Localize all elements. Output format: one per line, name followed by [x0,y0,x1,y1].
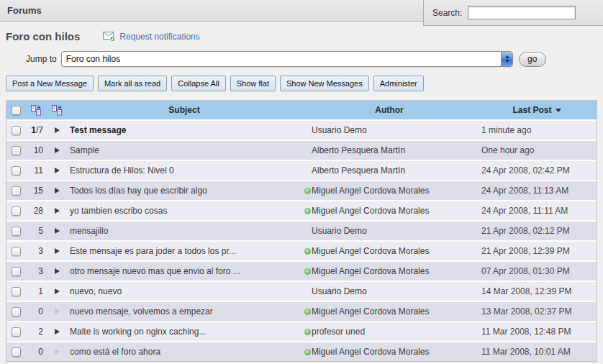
last-post-time: 11 Mar 2008, 10:01 AM [477,342,597,361]
row-checkbox[interactable] [12,267,21,276]
author-cell: profesor uned [302,322,477,341]
thread-subject[interactable]: Estructura de Hilos: Nivel 0 [67,161,302,180]
author-cell: Miguel Angel Cordova Morales [302,242,477,260]
author-name: Miguel Angel Cordova Morales [312,206,429,216]
sort-threads-header[interactable] [25,101,47,119]
author-cell: Alberto Pesquera Martín [302,161,477,180]
online-indicator-icon [304,188,311,194]
jump-to-label: Jump to [26,54,57,64]
row-checkbox[interactable] [12,206,21,216]
message-count: 15 [25,181,47,200]
table-body: 1/7 Test message Usuario Demo 1 minute a… [6,121,597,361]
row-checkbox-cell [6,222,25,240]
expand-thread-icon[interactable] [55,188,60,194]
thread-subject[interactable]: mensajillo [67,222,302,240]
row-checkbox-cell [6,322,25,341]
expand-thread-icon[interactable] [55,329,60,335]
forum-table: Subject Author Last Post 1/7 Test messag… [6,100,597,362]
toolbar: Post a New MessageMark all as readCollap… [6,76,597,91]
thread-subject[interactable]: yo tambien escribo cosas [67,201,302,220]
thread-subject[interactable]: Malte is working on nginx caching... [67,322,302,341]
thread-subject[interactable]: otro mensaje nuevo mas que envio al foro… [67,262,302,281]
total-message-count: 3 [38,266,43,276]
row-checkbox[interactable] [12,166,21,176]
author-name: Alberto Pesquera Martín [312,145,405,155]
row-checkbox[interactable] [12,307,21,317]
expand-thread-icon[interactable] [55,268,60,274]
table-row: 5 mensajillo Usuario Demo 21 Apr 2008, 0… [6,222,597,240]
last-post-time: 11 Mar 2008, 12:48 PM [477,322,597,341]
expand-thread-icon[interactable] [55,228,60,234]
author-name: Miguel Angel Cordova Morales [312,347,429,357]
table-row: 1/7 Test message Usuario Demo 1 minute a… [6,121,597,140]
total-message-count: 5 [38,226,43,236]
author-cell: Alberto Pesquera Martín [302,141,477,160]
row-checkbox[interactable] [12,146,21,155]
message-count: 28 [25,201,47,220]
total-message-count: 0 [38,306,43,317]
search-input[interactable] [468,6,576,19]
thread-subject[interactable]: Test message [67,121,302,140]
last-post-time: 24 Apr 2008, 11:13 AM [477,181,597,200]
message-count: 0 [25,342,47,361]
row-checkbox-cell [6,282,25,301]
toolbar-button-show-new-messages[interactable]: Show New Messages [280,76,369,91]
expand-cell [47,222,67,240]
expand-thread-icon[interactable] [55,147,60,153]
last-post-time: 21 Apr 2008, 02:12 PM [477,222,597,240]
expand-thread-icon[interactable] [55,208,60,214]
row-checkbox-cell [6,141,25,160]
row-checkbox[interactable] [12,287,21,296]
thread-subject[interactable]: como está el foro ahora [67,342,302,361]
row-checkbox[interactable] [12,347,21,357]
expand-thread-icon[interactable] [55,248,60,254]
row-checkbox[interactable] [12,186,21,196]
thread-subject[interactable]: Todos los días hay que escribir algo [67,181,302,200]
total-message-count: 15 [34,186,43,196]
author-name: profesor uned [312,327,365,337]
thread-subject[interactable]: Este mensaje es para joder a todos los p… [67,242,302,260]
online-indicator-icon [304,329,311,335]
expand-cell [47,262,67,281]
thread-subject[interactable]: Sample [67,141,302,160]
row-checkbox-cell [6,302,25,321]
message-count: 1 [25,282,47,301]
message-count: 10 [25,141,47,160]
toolbar-button-show-flat[interactable]: Show flat [230,76,276,91]
row-checkbox[interactable] [12,327,21,337]
toolbar-button-post-a-new-message[interactable]: Post a New Message [6,76,94,91]
select-all-checkbox[interactable] [12,106,21,115]
expand-thread-icon[interactable] [55,288,60,294]
expand-thread-icon[interactable] [55,168,60,173]
sort-expand-header[interactable] [47,101,67,119]
row-checkbox[interactable] [12,247,21,256]
row-checkbox[interactable] [12,126,21,135]
message-count: 3 [25,262,47,281]
total-message-count: 10 [34,145,43,155]
toolbar-button-administer[interactable]: Administer [373,76,424,91]
thread-subject[interactable]: nuevo, nuevo [67,282,302,301]
forum-select[interactable]: Foro con hilos [61,51,513,67]
row-checkbox-cell [6,342,25,361]
online-indicator-icon [304,248,311,255]
table-row: 2 Malte is working on nginx caching... p… [6,322,597,341]
thread-subject[interactable]: nuevo mensaje, volvemos a empezar [67,302,302,321]
toolbar-button-mark-all-as-read[interactable]: Mark all as read [98,76,167,91]
total-message-count: /7 [36,125,43,135]
select-all-cell [6,101,25,119]
toolbar-button-collapse-all[interactable]: Collapse All [171,76,225,91]
column-header-subject[interactable]: Subject [67,101,302,119]
row-checkbox-cell [6,161,25,180]
total-message-count: 28 [34,206,43,216]
request-notifications-link[interactable]: Request notifications [103,32,199,42]
row-checkbox[interactable] [12,227,21,236]
go-button[interactable]: go [519,52,546,67]
last-post-time: One hour ago [477,141,597,160]
app-title: Forums [7,5,42,16]
expand-thread-icon[interactable] [55,127,60,133]
author-cell: Miguel Angel Cordova Morales [302,201,477,220]
column-header-last-post[interactable]: Last Post [477,101,597,119]
row-checkbox-cell [6,242,25,260]
column-header-author[interactable]: Author [302,101,477,119]
last-post-time: 13 Mar 2008, 02:37 PM [477,302,597,321]
